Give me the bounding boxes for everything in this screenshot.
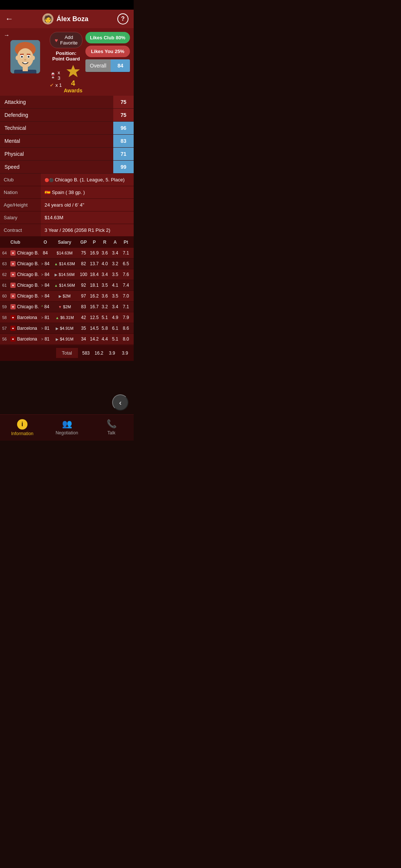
row-salary: ▲ $14.56M	[51, 283, 78, 287]
total-gp: 583	[79, 351, 92, 356]
status-bar	[0, 0, 134, 10]
col-o: O	[39, 240, 51, 245]
col-r: R	[100, 240, 110, 245]
row-salary: ▶ $14.56M	[51, 272, 78, 277]
row-a: 6.1	[110, 326, 120, 331]
row-r: 4.0	[100, 261, 110, 266]
info-table: Club 🔴⚫ Chicago B. (1. League, 5. Place)…	[0, 174, 134, 237]
speed-value: 99	[113, 161, 134, 173]
row-year: 64	[2, 251, 10, 255]
age-label: Age/Height	[0, 199, 41, 211]
row-o: > 81	[39, 315, 51, 320]
row-p: 16.7	[89, 304, 100, 309]
technical-value: 96	[113, 122, 134, 134]
row-o: > 84	[39, 293, 51, 299]
awards-star: 4 Awards	[64, 64, 82, 93]
row-a: 4.1	[110, 283, 120, 288]
row-club: ● Barcelona	[10, 315, 39, 320]
physical-stat-row: Physical 71	[0, 148, 134, 161]
row-gp: 42	[78, 315, 89, 320]
col-p: P	[89, 240, 100, 245]
row-a: 5.1	[110, 336, 120, 342]
svg-point-6	[28, 56, 30, 58]
mental-stat-row: Mental 83	[0, 135, 134, 148]
row-o: > 84	[39, 272, 51, 277]
wine-glass-icon: 🍷	[50, 72, 56, 78]
likes-you-button[interactable]: Likes You 25%	[85, 46, 130, 57]
player-portrait	[10, 40, 40, 73]
row-pt: 7.0	[120, 293, 131, 299]
bottom-nav: i Information 👥 Negotiation 📞 Talk	[0, 414, 134, 441]
row-p: 16.9	[89, 250, 100, 256]
heart-icon: ♥	[55, 37, 58, 43]
attacking-value: 75	[113, 96, 134, 108]
history-header: Club O Salary GP P R A Pt	[0, 237, 134, 248]
row-year: 62	[2, 272, 10, 277]
svg-point-5	[21, 56, 23, 58]
defending-label: Defending	[0, 109, 113, 121]
svg-point-10	[16, 56, 19, 60]
wine-award: 🍷 x 3	[50, 70, 64, 81]
row-year: 61	[2, 283, 10, 287]
mental-label: Mental	[0, 135, 113, 147]
svg-rect-13	[23, 66, 28, 71]
help-button[interactable]: ?	[117, 13, 128, 24]
row-club: ● Barcelona	[10, 336, 39, 342]
contract-label: Contract	[0, 224, 41, 236]
row-club: ● Chicago B.	[10, 304, 39, 309]
stats-section: Attacking 75 Defending 75 Technical 96 M…	[0, 96, 134, 174]
row-club: ● Chicago B.	[10, 250, 39, 256]
row-o: ^ 84	[39, 304, 51, 309]
row-o: 84	[39, 250, 51, 256]
back-button[interactable]: ←	[5, 14, 13, 24]
information-icon: i	[17, 419, 27, 430]
physical-value: 71	[113, 148, 134, 160]
row-salary: ▲ $14.63M	[51, 262, 78, 266]
row-pt: 7.6	[120, 272, 131, 277]
row-year: 56	[2, 337, 10, 341]
nav-negotiation[interactable]: 👥 Negotiation	[45, 418, 89, 438]
back-circle-button[interactable]: ‹	[112, 394, 128, 411]
salary-label: Salary	[0, 211, 41, 224]
contract-row: Contract 3 Year / 2066 (2058 R1 Pick 2)	[0, 224, 134, 237]
contract-value: 3 Year / 2066 (2058 R1 Pick 2)	[41, 224, 134, 236]
row-r: 3.6	[100, 250, 110, 256]
likes-club-button[interactable]: Likes Club 80%	[85, 32, 130, 43]
row-a: 3.4	[110, 304, 120, 309]
table-row: 56 ● Barcelona > 81 ▶ $4.91M 34 14.2 4.4…	[0, 334, 134, 345]
row-a: 3.4	[110, 250, 120, 256]
add-favorite-button[interactable]: ♥ Add Favorite	[50, 32, 82, 48]
row-year: 57	[2, 326, 10, 331]
row-a: 3.2	[110, 261, 120, 266]
row-pt: 7.9	[120, 315, 131, 320]
age-value: 24 years old / 6' 4"	[41, 199, 134, 211]
nav-talk[interactable]: 📞 Talk	[89, 418, 134, 438]
check-icon: ✔	[50, 82, 54, 88]
total-values: 583 16.2 3.9 3.9	[79, 351, 131, 356]
col-salary: Salary	[51, 240, 78, 245]
row-p: 14.2	[89, 336, 100, 342]
col-club: Club	[10, 240, 39, 245]
row-pt: 7.1	[120, 250, 131, 256]
awards-count: 4	[71, 79, 75, 87]
nav-information[interactable]: i Information	[0, 418, 45, 438]
row-p: 12.5	[89, 315, 100, 320]
total-row: Total 583 16.2 3.9 3.9	[0, 345, 134, 361]
row-club: ● Barcelona	[10, 326, 39, 331]
profile-left: →	[4, 32, 47, 93]
row-p: 14.5	[89, 326, 100, 331]
table-row: 57 ● Barcelona > 81 ▶ $4.91M 35 14.5 5.8…	[0, 323, 134, 334]
negotiation-icon: 👥	[62, 419, 72, 429]
row-year: 63	[2, 262, 10, 266]
row-r: 5.8	[100, 326, 110, 331]
row-o: > 84	[39, 283, 51, 288]
overall-stat-row: Overall 84	[85, 59, 130, 72]
salary-row: Salary $14.63M	[0, 211, 134, 224]
salary-value: $14.63M	[41, 211, 134, 224]
row-salary: ▼ $2M	[51, 305, 78, 309]
row-gp: 35	[78, 326, 89, 331]
row-gp: 83	[78, 304, 89, 309]
profile-right: Likes Club 80% Likes You 25% Overall 84	[85, 32, 130, 93]
row-salary: ▶ $4.91M	[51, 326, 78, 331]
row-pt: 7.1	[120, 304, 131, 309]
